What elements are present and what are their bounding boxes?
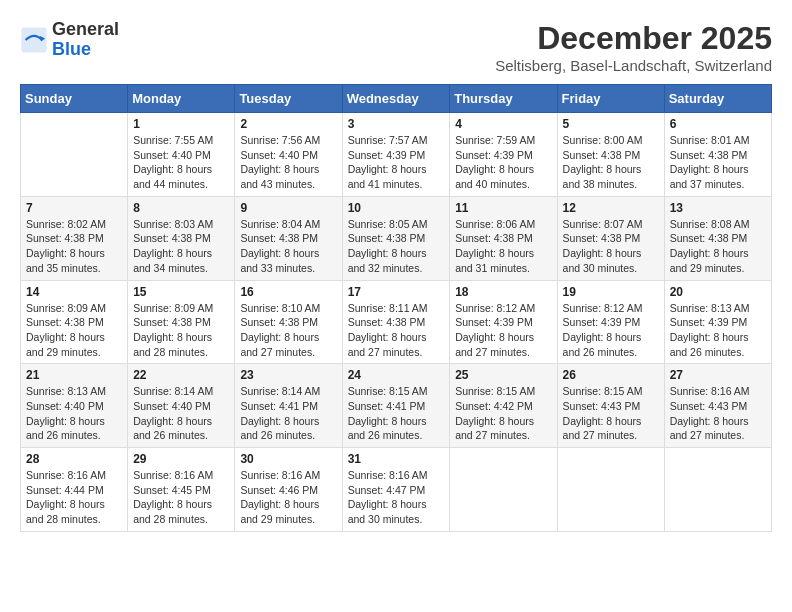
calendar-cell: 28Sunrise: 8:16 AM Sunset: 4:44 PM Dayli… [21,448,128,532]
day-number: 4 [455,117,551,131]
title-block: December 2025 Seltisberg, Basel-Landscha… [495,20,772,74]
weekday-row: SundayMondayTuesdayWednesdayThursdayFrid… [21,85,772,113]
day-info: Sunrise: 7:57 AM Sunset: 4:39 PM Dayligh… [348,133,445,192]
calendar-cell: 9Sunrise: 8:04 AM Sunset: 4:38 PM Daylig… [235,196,342,280]
calendar-cell: 27Sunrise: 8:16 AM Sunset: 4:43 PM Dayli… [664,364,771,448]
calendar-table: SundayMondayTuesdayWednesdayThursdayFrid… [20,84,772,532]
calendar-week-4: 21Sunrise: 8:13 AM Sunset: 4:40 PM Dayli… [21,364,772,448]
calendar-header: SundayMondayTuesdayWednesdayThursdayFrid… [21,85,772,113]
day-number: 29 [133,452,229,466]
day-info: Sunrise: 8:14 AM Sunset: 4:40 PM Dayligh… [133,384,229,443]
calendar-cell [21,113,128,197]
logo-blue: Blue [52,39,91,59]
day-number: 25 [455,368,551,382]
day-number: 22 [133,368,229,382]
day-info: Sunrise: 8:15 AM Sunset: 4:43 PM Dayligh… [563,384,659,443]
calendar-cell: 31Sunrise: 8:16 AM Sunset: 4:47 PM Dayli… [342,448,450,532]
day-info: Sunrise: 8:14 AM Sunset: 4:41 PM Dayligh… [240,384,336,443]
day-number: 20 [670,285,766,299]
day-info: Sunrise: 8:13 AM Sunset: 4:39 PM Dayligh… [670,301,766,360]
calendar-cell: 26Sunrise: 8:15 AM Sunset: 4:43 PM Dayli… [557,364,664,448]
page-header: General Blue December 2025 Seltisberg, B… [20,20,772,74]
logo-text: General Blue [52,20,119,60]
weekday-header-monday: Monday [128,85,235,113]
calendar-cell: 24Sunrise: 8:15 AM Sunset: 4:41 PM Dayli… [342,364,450,448]
calendar-cell: 3Sunrise: 7:57 AM Sunset: 4:39 PM Daylig… [342,113,450,197]
day-info: Sunrise: 8:13 AM Sunset: 4:40 PM Dayligh… [26,384,122,443]
calendar-cell: 30Sunrise: 8:16 AM Sunset: 4:46 PM Dayli… [235,448,342,532]
day-number: 10 [348,201,445,215]
calendar-cell: 7Sunrise: 8:02 AM Sunset: 4:38 PM Daylig… [21,196,128,280]
calendar-cell [664,448,771,532]
day-info: Sunrise: 8:05 AM Sunset: 4:38 PM Dayligh… [348,217,445,276]
day-info: Sunrise: 8:15 AM Sunset: 4:42 PM Dayligh… [455,384,551,443]
day-number: 13 [670,201,766,215]
day-number: 28 [26,452,122,466]
day-number: 31 [348,452,445,466]
calendar-cell: 16Sunrise: 8:10 AM Sunset: 4:38 PM Dayli… [235,280,342,364]
calendar-week-5: 28Sunrise: 8:16 AM Sunset: 4:44 PM Dayli… [21,448,772,532]
calendar-cell: 2Sunrise: 7:56 AM Sunset: 4:40 PM Daylig… [235,113,342,197]
calendar-cell: 13Sunrise: 8:08 AM Sunset: 4:38 PM Dayli… [664,196,771,280]
weekday-header-sunday: Sunday [21,85,128,113]
day-number: 26 [563,368,659,382]
day-number: 19 [563,285,659,299]
day-info: Sunrise: 8:16 AM Sunset: 4:45 PM Dayligh… [133,468,229,527]
day-info: Sunrise: 8:16 AM Sunset: 4:44 PM Dayligh… [26,468,122,527]
calendar-week-2: 7Sunrise: 8:02 AM Sunset: 4:38 PM Daylig… [21,196,772,280]
calendar-cell: 29Sunrise: 8:16 AM Sunset: 4:45 PM Dayli… [128,448,235,532]
day-info: Sunrise: 8:02 AM Sunset: 4:38 PM Dayligh… [26,217,122,276]
calendar-cell: 25Sunrise: 8:15 AM Sunset: 4:42 PM Dayli… [450,364,557,448]
day-number: 16 [240,285,336,299]
day-number: 7 [26,201,122,215]
weekday-header-friday: Friday [557,85,664,113]
logo-general: General [52,19,119,39]
calendar-cell [557,448,664,532]
calendar-cell: 4Sunrise: 7:59 AM Sunset: 4:39 PM Daylig… [450,113,557,197]
month-title: December 2025 [495,20,772,57]
day-info: Sunrise: 8:04 AM Sunset: 4:38 PM Dayligh… [240,217,336,276]
day-info: Sunrise: 8:09 AM Sunset: 4:38 PM Dayligh… [26,301,122,360]
calendar-week-3: 14Sunrise: 8:09 AM Sunset: 4:38 PM Dayli… [21,280,772,364]
day-info: Sunrise: 7:59 AM Sunset: 4:39 PM Dayligh… [455,133,551,192]
day-info: Sunrise: 8:11 AM Sunset: 4:38 PM Dayligh… [348,301,445,360]
logo: General Blue [20,20,119,60]
day-info: Sunrise: 8:12 AM Sunset: 4:39 PM Dayligh… [455,301,551,360]
day-number: 17 [348,285,445,299]
day-number: 18 [455,285,551,299]
weekday-header-saturday: Saturday [664,85,771,113]
weekday-header-thursday: Thursday [450,85,557,113]
day-number: 23 [240,368,336,382]
day-number: 8 [133,201,229,215]
calendar-cell [450,448,557,532]
day-number: 3 [348,117,445,131]
day-number: 2 [240,117,336,131]
day-info: Sunrise: 8:15 AM Sunset: 4:41 PM Dayligh… [348,384,445,443]
calendar-cell: 5Sunrise: 8:00 AM Sunset: 4:38 PM Daylig… [557,113,664,197]
calendar-cell: 8Sunrise: 8:03 AM Sunset: 4:38 PM Daylig… [128,196,235,280]
day-number: 6 [670,117,766,131]
calendar-cell: 18Sunrise: 8:12 AM Sunset: 4:39 PM Dayli… [450,280,557,364]
calendar-cell: 20Sunrise: 8:13 AM Sunset: 4:39 PM Dayli… [664,280,771,364]
weekday-header-tuesday: Tuesday [235,85,342,113]
day-info: Sunrise: 8:16 AM Sunset: 4:43 PM Dayligh… [670,384,766,443]
day-info: Sunrise: 8:07 AM Sunset: 4:38 PM Dayligh… [563,217,659,276]
location-subtitle: Seltisberg, Basel-Landschaft, Switzerlan… [495,57,772,74]
calendar-cell: 23Sunrise: 8:14 AM Sunset: 4:41 PM Dayli… [235,364,342,448]
calendar-cell: 12Sunrise: 8:07 AM Sunset: 4:38 PM Dayli… [557,196,664,280]
day-info: Sunrise: 8:06 AM Sunset: 4:38 PM Dayligh… [455,217,551,276]
weekday-header-wednesday: Wednesday [342,85,450,113]
calendar-cell: 22Sunrise: 8:14 AM Sunset: 4:40 PM Dayli… [128,364,235,448]
day-info: Sunrise: 8:10 AM Sunset: 4:38 PM Dayligh… [240,301,336,360]
calendar-cell: 19Sunrise: 8:12 AM Sunset: 4:39 PM Dayli… [557,280,664,364]
day-info: Sunrise: 8:03 AM Sunset: 4:38 PM Dayligh… [133,217,229,276]
calendar-cell: 21Sunrise: 8:13 AM Sunset: 4:40 PM Dayli… [21,364,128,448]
day-number: 15 [133,285,229,299]
day-info: Sunrise: 8:08 AM Sunset: 4:38 PM Dayligh… [670,217,766,276]
day-number: 14 [26,285,122,299]
calendar-cell: 14Sunrise: 8:09 AM Sunset: 4:38 PM Dayli… [21,280,128,364]
day-number: 30 [240,452,336,466]
day-info: Sunrise: 8:16 AM Sunset: 4:47 PM Dayligh… [348,468,445,527]
calendar-cell: 1Sunrise: 7:55 AM Sunset: 4:40 PM Daylig… [128,113,235,197]
calendar-cell: 6Sunrise: 8:01 AM Sunset: 4:38 PM Daylig… [664,113,771,197]
